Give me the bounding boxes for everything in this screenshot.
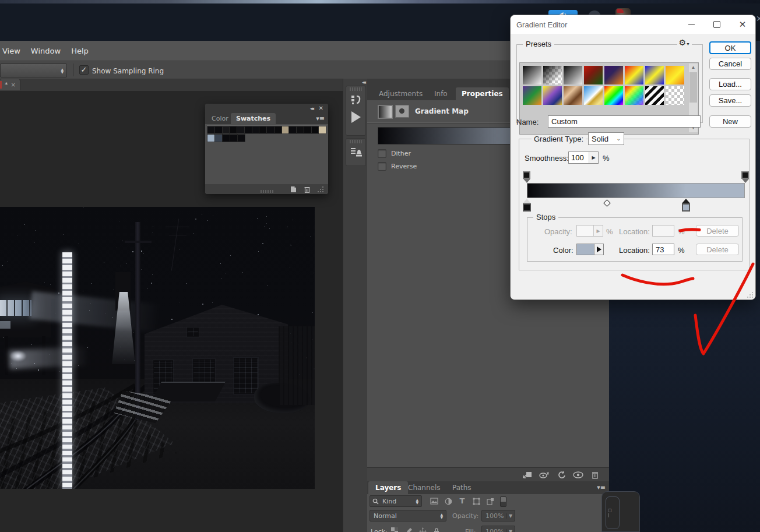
swatches-panel-menu-icon[interactable]: ▾≡ <box>316 115 325 122</box>
show-sampling-ring-checkbox[interactable]: ✓ <box>79 65 89 75</box>
tab-color[interactable]: Color <box>206 113 234 124</box>
collapse-panels-icon[interactable]: ◂◂ <box>362 79 365 85</box>
color-stop-selected[interactable] <box>682 199 690 210</box>
gradient-type-dropdown[interactable]: Solid ⌄ <box>588 132 624 145</box>
stop-color-swatch-button[interactable] <box>576 244 604 255</box>
presets-gear-menu[interactable]: ⚙▼ <box>677 38 692 47</box>
layer-filter-dropdown[interactable]: Kind ▲▼ <box>370 495 422 507</box>
color-stop-start[interactable] <box>523 199 531 210</box>
color-swatch[interactable] <box>230 135 237 142</box>
filter-type-layers-icon[interactable]: T <box>457 495 467 506</box>
preset-tile-10[interactable] <box>543 86 562 105</box>
dialog-resize-grip[interactable] <box>747 292 753 298</box>
document-tab[interactable]: * × <box>0 79 20 90</box>
reset-icon[interactable] <box>555 470 567 480</box>
color-swatch[interactable] <box>223 135 230 142</box>
lock-transparency-icon[interactable] <box>389 526 400 532</box>
color-swatch[interactable] <box>289 126 296 133</box>
canvas-image[interactable] <box>0 207 315 489</box>
preset-tile-8[interactable] <box>666 66 684 84</box>
preset-tile-7[interactable] <box>645 66 664 84</box>
load-button[interactable]: Load... <box>709 78 751 90</box>
fill-dropdown[interactable]: 100% ▼ <box>481 526 515 532</box>
color-swatch[interactable] <box>207 135 214 142</box>
menu-help[interactable]: Help <box>69 47 97 55</box>
opacity-stop-right[interactable] <box>741 171 749 182</box>
opacity-dropdown[interactable]: 100% ▼ <box>481 510 515 522</box>
color-swatch[interactable] <box>238 135 245 142</box>
preset-tile-6[interactable] <box>625 66 643 84</box>
panel-drag-dots[interactable] <box>261 190 273 193</box>
menu-window[interactable]: Window <box>29 47 69 55</box>
tool-preset-dropdown[interactable]: ▲▼ <box>0 64 67 77</box>
color-swatch[interactable] <box>245 126 252 133</box>
color-swatch[interactable] <box>267 126 274 133</box>
preset-tile-11[interactable] <box>564 86 582 105</box>
close-panel-icon[interactable]: ✕ <box>319 105 323 111</box>
reverse-checkbox[interactable] <box>378 162 386 171</box>
clip-to-layer-icon[interactable] <box>522 470 533 480</box>
cancel-button[interactable]: Cancel <box>709 58 751 70</box>
history-panel-icon[interactable] <box>346 91 365 108</box>
dialog-gradient-strip[interactable] <box>527 183 745 198</box>
preset-tile-3[interactable] <box>564 66 582 84</box>
preset-tile-4[interactable] <box>584 66 603 84</box>
color-swatch[interactable] <box>297 126 304 133</box>
dialog-minimize-button[interactable] <box>678 16 704 33</box>
dialog-title-bar[interactable]: Gradient Editor ✕ <box>511 15 755 34</box>
browser-close-button[interactable]: ✕ <box>756 16 760 22</box>
filtering-toggle[interactable] <box>500 496 506 507</box>
toggle-visibility-state-icon[interactable] <box>539 470 550 480</box>
opacity-stop-left[interactable] <box>523 171 530 182</box>
color-location-input[interactable] <box>652 244 674 255</box>
tab-properties[interactable]: Properties <box>456 87 509 100</box>
ok-button[interactable]: OK <box>709 41 751 54</box>
smoothness-spinner[interactable]: 100 ▶ <box>568 152 599 164</box>
preset-tile-1[interactable] <box>523 66 541 84</box>
dialog-maximize-button[interactable] <box>704 16 730 33</box>
color-swatch[interactable] <box>230 126 237 133</box>
color-swatch[interactable] <box>282 126 289 133</box>
name-input[interactable] <box>548 115 701 128</box>
filter-smart-objects-icon[interactable] <box>485 496 495 506</box>
save-button[interactable]: Save... <box>709 94 751 107</box>
close-document-icon[interactable]: × <box>11 82 16 88</box>
actions-panel-icon[interactable] <box>346 108 365 126</box>
spinner-expand-icon[interactable]: ▶ <box>589 152 598 163</box>
preset-tile-5[interactable] <box>604 66 623 84</box>
color-swatch[interactable] <box>237 126 244 133</box>
scrollbar-thumb[interactable] <box>689 72 697 103</box>
color-swatch[interactable] <box>259 126 266 133</box>
resize-grip-icon[interactable] <box>318 186 323 192</box>
collapse-panel-icon[interactable]: ◂◂ <box>310 105 313 111</box>
preset-tile-15[interactable] <box>645 86 664 105</box>
dialog-close-button[interactable]: ✕ <box>730 16 755 33</box>
preset-tile-13[interactable] <box>604 86 623 105</box>
new-button[interactable]: New <box>709 115 751 128</box>
delete-swatch-trash-icon[interactable] <box>304 186 311 193</box>
color-swatch[interactable] <box>215 126 222 133</box>
filter-shape-layers-icon[interactable] <box>471 496 481 506</box>
tab-channels[interactable]: Channels <box>401 481 448 494</box>
delete-adjustment-trash-icon[interactable] <box>589 470 601 480</box>
menu-view[interactable]: View <box>0 47 29 55</box>
preset-tile-14[interactable] <box>625 86 643 105</box>
color-swatch[interactable] <box>275 126 282 133</box>
color-swatch[interactable] <box>252 126 259 133</box>
color-swatch[interactable] <box>207 126 214 133</box>
tab-swatches[interactable]: Swatches <box>231 113 276 124</box>
tab-paths[interactable]: Paths <box>445 481 478 494</box>
preset-tile-2[interactable] <box>543 66 562 84</box>
color-swatch[interactable] <box>319 126 326 133</box>
layers-panel-menu-icon[interactable]: ▾≡ <box>597 484 606 491</box>
lock-position-icon[interactable] <box>417 526 428 532</box>
blend-mode-dropdown[interactable]: Normal ▲▼ <box>370 510 446 522</box>
tab-adjustments[interactable]: Adjustments <box>373 87 428 100</box>
tab-info[interactable]: Info <box>428 87 453 100</box>
tool-presets-panel-icon[interactable] <box>346 143 365 161</box>
filter-adjustment-layers-icon[interactable] <box>443 496 453 506</box>
color-swatch[interactable] <box>223 126 230 133</box>
dither-checkbox[interactable] <box>378 149 386 158</box>
scroll-up-icon[interactable]: ▲ <box>689 64 698 72</box>
color-swatch[interactable] <box>312 126 319 133</box>
